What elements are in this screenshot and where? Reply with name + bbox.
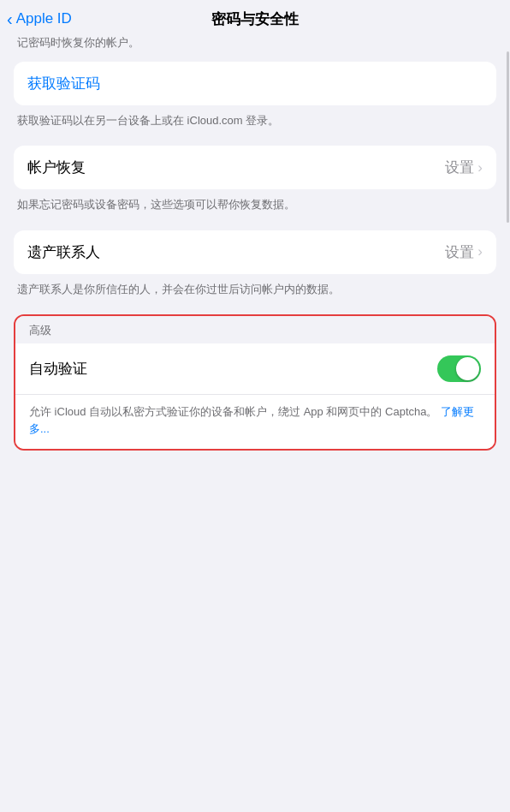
legacy-contact-description: 遗产联系人是你所信任的人，并会在你过世后访问帐户内的数据。 (0, 274, 510, 298)
back-chevron-icon: ‹ (7, 10, 13, 27)
account-recovery-description: 如果忘记密码或设备密码，这些选项可以帮你恢复数据。 (0, 189, 510, 213)
get-verification-code-button[interactable]: 获取验证码 (27, 74, 483, 93)
advanced-description-text: 允许 iCloud 自动以私密方式验证你的设备和帐户，绕过 App 和网页中的 … (29, 405, 437, 418)
legacy-contact-card: 遗产联系人 设置 › (14, 230, 496, 274)
advanced-description: 允许 iCloud 自动以私密方式验证你的设备和帐户，绕过 App 和网页中的 … (15, 395, 495, 449)
legacy-contact-action: 设置 › (445, 242, 483, 262)
scrollbar-thumb[interactable] (507, 51, 509, 223)
back-button[interactable]: ‹ Apple ID (7, 10, 72, 27)
auto-verify-toggle[interactable] (437, 355, 481, 382)
account-recovery-chevron-icon: › (477, 159, 483, 176)
legacy-contact-row[interactable]: 遗产联系人 设置 › (14, 230, 496, 274)
toggle-knob (456, 357, 479, 380)
legacy-contact-action-text: 设置 (445, 242, 474, 262)
account-recovery-row[interactable]: 帐户恢复 设置 › (14, 146, 496, 189)
account-recovery-card: 帐户恢复 设置 › (14, 146, 496, 189)
verification-card: 获取验证码 (14, 62, 496, 105)
auto-verify-label: 自动验证 (29, 359, 87, 379)
verification-description: 获取验证码以在另一台设备上或在 iCloud.com 登录。 (0, 105, 510, 129)
page-title: 密码与安全性 (211, 9, 299, 29)
back-label: Apple ID (16, 10, 72, 27)
navigation-bar: ‹ Apple ID 密码与安全性 (0, 0, 510, 34)
legacy-contact-chevron-icon: › (477, 243, 483, 260)
account-recovery-action-text: 设置 (445, 158, 474, 177)
advanced-section-header: 高级 (15, 316, 495, 343)
page-content: 记密码时恢复你的帐户。 获取验证码 获取验证码以在另一台设备上或在 iCloud… (0, 34, 510, 451)
advanced-card: 自动验证 允许 iCloud 自动以私密方式验证你的设备和帐户，绕过 App 和… (15, 343, 495, 449)
auto-verify-row: 自动验证 (15, 343, 495, 395)
legacy-contact-label: 遗产联系人 (27, 242, 100, 262)
scrollbar-track[interactable] (507, 0, 510, 812)
account-recovery-action: 设置 › (445, 158, 483, 177)
advanced-section: 高级 自动验证 允许 iCloud 自动以私密方式验证你的设备和帐户，绕过 Ap… (14, 314, 496, 451)
top-description: 记密码时恢复你的帐户。 (0, 34, 510, 62)
account-recovery-label: 帐户恢复 (27, 158, 86, 177)
